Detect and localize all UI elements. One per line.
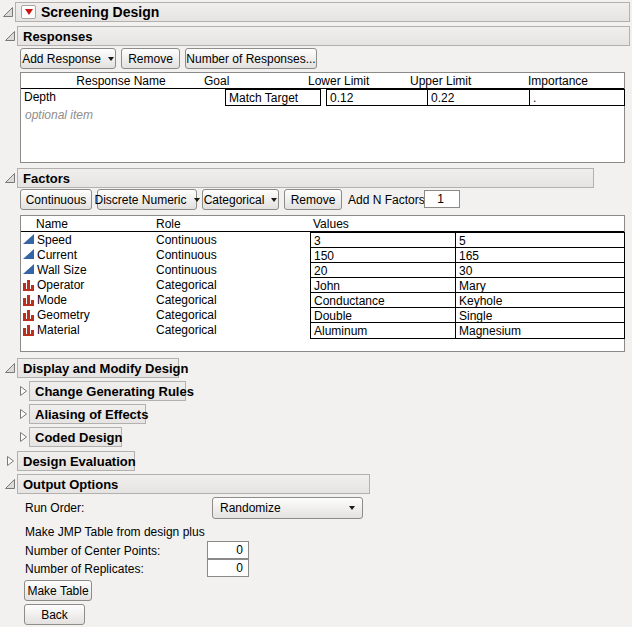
col-values: Values — [313, 217, 349, 231]
output-options-label: Output Options — [23, 477, 118, 492]
outline-header-output-options[interactable]: Output Options — [17, 474, 370, 494]
categorical-button-label: Categorical — [204, 193, 265, 207]
col-lower-limit: Lower Limit — [308, 74, 369, 88]
make-table-button[interactable]: Make Table — [24, 580, 92, 601]
outline-header-design-evaluation[interactable]: Design Evaluation — [17, 451, 135, 471]
optional-item-hint: optional item — [25, 108, 93, 122]
factors-header-label: Factors — [23, 171, 70, 186]
outline-header-aliasing-of-effects[interactable]: Aliasing of Effects — [29, 404, 146, 424]
disclosure-expanded-icon[interactable] — [4, 478, 16, 490]
factors-table: Name Role Values Speed Continuous 3 5 Cu… — [20, 215, 625, 352]
outline-header-change-generating-rules[interactable]: Change Generating Rules — [29, 381, 186, 401]
disclosure-expanded-icon[interactable] — [4, 362, 16, 374]
categorical-factor-button[interactable]: Categorical — [202, 189, 279, 210]
remove-factor-button[interactable]: Remove — [284, 189, 342, 210]
factor-role-cell: Categorical — [153, 322, 303, 339]
red-triangle-menu-button[interactable] — [21, 5, 36, 19]
discrete-numeric-button[interactable]: Discrete Numeric — [97, 189, 197, 210]
factor-row: Material Categorical Aluminum Magnesium — [21, 322, 624, 339]
page-title: Screening Design — [41, 4, 159, 20]
run-order-value: Randomize — [220, 501, 281, 515]
response-lower-limit-cell[interactable]: 0.12 — [326, 89, 428, 106]
outline-header-display-modify-design[interactable]: Display and Modify Design — [17, 358, 179, 378]
change-generating-rules-label: Change Generating Rules — [35, 384, 194, 399]
coded-design-label: Coded Design — [35, 430, 122, 445]
back-label: Back — [41, 608, 68, 622]
remove-response-label: Remove — [128, 52, 173, 66]
outline-header-screening-design[interactable]: Screening Design — [15, 2, 630, 22]
continuous-factor-button[interactable]: Continuous — [20, 189, 92, 210]
run-order-dropdown[interactable]: Randomize — [212, 497, 363, 519]
chevron-down-icon — [108, 57, 114, 61]
remove-response-button[interactable]: Remove — [121, 48, 180, 69]
response-name-cell[interactable]: Depth — [21, 89, 221, 106]
display-modify-label: Display and Modify Design — [23, 361, 188, 376]
disclosure-expanded-icon[interactable] — [4, 172, 16, 184]
add-n-factors-label: Add N Factors — [348, 193, 425, 207]
col-name: Name — [36, 217, 68, 231]
disclosure-collapsed-icon[interactable] — [17, 431, 29, 443]
make-jmp-table-label: Make JMP Table from design plus — [25, 525, 205, 539]
col-upper-limit: Upper Limit — [410, 74, 471, 88]
outline-header-responses[interactable]: Responses — [17, 26, 630, 46]
disclosure-collapsed-icon[interactable] — [17, 385, 29, 397]
factors-table-header: Name Role Values — [21, 216, 624, 232]
disclosure-expanded-icon[interactable] — [4, 30, 16, 42]
design-evaluation-label: Design Evaluation — [23, 454, 136, 469]
run-order-label: Run Order: — [25, 501, 84, 515]
add-response-button[interactable]: Add Response — [20, 48, 116, 69]
center-points-label: Number of Center Points: — [25, 544, 160, 558]
discrete-numeric-label: Discrete Numeric — [95, 193, 187, 207]
col-importance: Importance — [528, 74, 588, 88]
red-triangle-icon — [25, 9, 33, 15]
number-of-responses-button[interactable]: Number of Responses... — [185, 48, 317, 69]
continuous-button-label: Continuous — [26, 193, 87, 207]
chevron-down-icon — [194, 198, 200, 202]
remove-factor-label: Remove — [291, 193, 336, 207]
responses-header-label: Responses — [23, 29, 92, 44]
responses-table: Response Name Goal Lower Limit Upper Lim… — [20, 72, 625, 163]
factor-value2-cell[interactable]: Magnesium — [455, 322, 625, 339]
factor-value1-cell[interactable]: Aluminum — [310, 322, 456, 339]
number-of-responses-label: Number of Responses... — [186, 52, 315, 66]
outline-header-coded-design[interactable]: Coded Design — [29, 427, 122, 447]
back-button[interactable]: Back — [24, 604, 85, 625]
response-upper-limit-cell[interactable]: 0.22 — [427, 89, 530, 106]
disclosure-collapsed-icon[interactable] — [4, 455, 16, 467]
disclosure-collapsed-icon[interactable] — [17, 408, 29, 420]
center-points-input[interactable] — [207, 541, 249, 559]
make-table-label: Make Table — [27, 584, 88, 598]
add-response-label: Add Response — [22, 52, 101, 66]
aliasing-of-effects-label: Aliasing of Effects — [35, 407, 148, 422]
col-role: Role — [156, 217, 181, 231]
replicates-label: Number of Replicates: — [25, 562, 144, 576]
responses-table-header: Response Name Goal Lower Limit Upper Lim… — [21, 73, 624, 89]
col-goal: Goal — [204, 74, 229, 88]
col-response-name: Response Name — [21, 74, 221, 88]
outline-header-factors[interactable]: Factors — [17, 168, 594, 188]
add-n-factors-input[interactable] — [424, 190, 460, 208]
chevron-down-icon — [349, 506, 355, 510]
response-row: Depth Match Target 0.12 0.22 . — [21, 89, 624, 106]
factor-name-cell[interactable]: Material — [34, 322, 154, 339]
chevron-down-icon — [271, 198, 277, 202]
response-goal-cell[interactable]: Match Target — [225, 89, 321, 106]
disclosure-expanded-icon[interactable] — [2, 6, 14, 18]
screening-design-window: Screening Design Responses Add Response … — [0, 0, 632, 627]
response-importance-cell[interactable]: . — [529, 89, 625, 106]
replicates-input[interactable] — [207, 559, 249, 577]
